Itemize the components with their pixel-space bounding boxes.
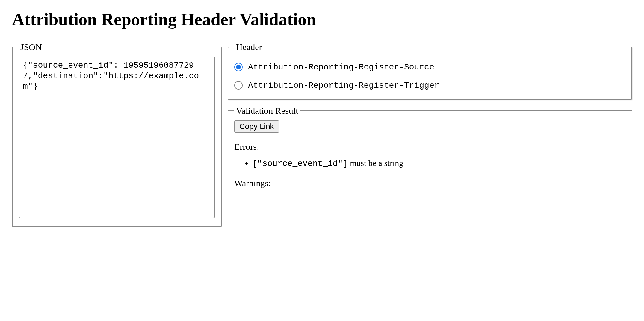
header-radio-group: Attribution-Reporting-Register-Source At…: [234, 57, 625, 93]
warnings-label: Warnings:: [234, 178, 626, 188]
radio-label-trigger: Attribution-Reporting-Register-Trigger: [248, 81, 439, 90]
radio-checked-icon: [234, 63, 243, 71]
errors-label: Errors:: [234, 142, 626, 152]
radio-dot-icon: [236, 65, 241, 69]
json-input[interactable]: [19, 57, 215, 218]
left-column: JSON: [12, 42, 222, 227]
page-title: Attribution Reporting Header Validation: [12, 9, 632, 30]
validation-result-fieldset: Validation Result Copy Link Errors: ["so…: [228, 106, 632, 203]
json-fieldset: JSON: [12, 42, 222, 227]
header-fieldset: Header Attribution-Reporting-Register-So…: [228, 42, 632, 100]
error-message-text: must be a string: [350, 158, 403, 168]
radio-label-source: Attribution-Reporting-Register-Source: [248, 63, 434, 72]
radio-register-trigger[interactable]: Attribution-Reporting-Register-Trigger: [234, 81, 625, 90]
main-layout: JSON Header Attribution-Reporting-Regist…: [12, 42, 632, 227]
json-legend: JSON: [19, 42, 44, 52]
radio-unchecked-icon: [234, 81, 243, 90]
error-path: ["source_event_id"]: [252, 159, 348, 168]
errors-list: ["source_event_id"] must be a string: [234, 158, 626, 169]
copy-link-button[interactable]: Copy Link: [234, 120, 279, 133]
header-legend: Header: [234, 42, 264, 52]
validation-result-legend: Validation Result: [234, 106, 300, 116]
error-item: ["source_event_id"] must be a string: [252, 158, 626, 169]
radio-register-source[interactable]: Attribution-Reporting-Register-Source: [234, 63, 625, 72]
right-column: Header Attribution-Reporting-Register-So…: [228, 42, 632, 203]
